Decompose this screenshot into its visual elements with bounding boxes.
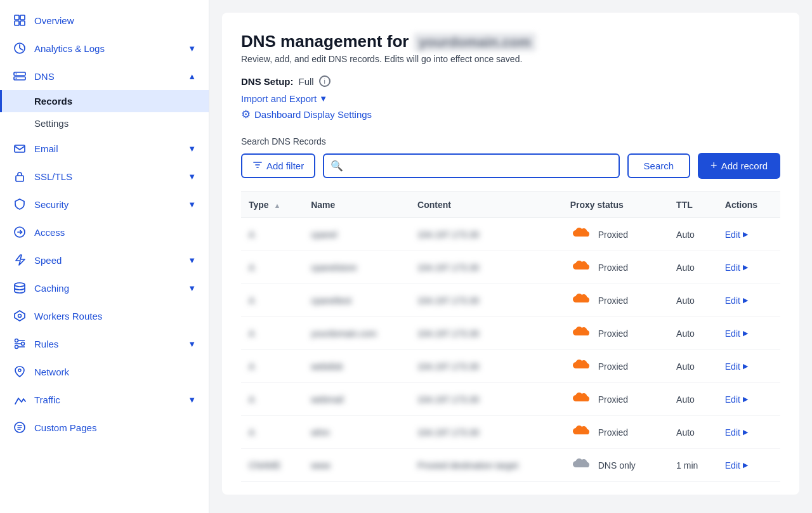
sidebar-item-workers-routes[interactable]: Workers Routes — [0, 302, 209, 330]
sidebar-item-speed[interactable]: Speed ▼ — [0, 246, 209, 274]
content-card: DNS management for yourdomain.com Review… — [222, 13, 799, 495]
dashboard-settings-label: Dashboard Display Settings — [254, 109, 372, 120]
sidebar-item-label: Overview — [34, 15, 74, 26]
edit-link[interactable]: Edit ▶ — [725, 460, 773, 471]
filter-icon — [252, 160, 263, 172]
col-name[interactable]: Name — [303, 192, 410, 218]
sidebar-item-network[interactable]: Network — [0, 358, 209, 386]
arrow-right-icon: ▶ — [743, 263, 748, 271]
sidebar-item-label: Email — [34, 143, 58, 154]
lock-icon — [13, 169, 27, 183]
sidebar-sub-item-records[interactable]: Records — [0, 90, 209, 112]
edit-link[interactable]: Edit ▶ — [725, 394, 773, 405]
cell-action: Edit ▶ — [717, 218, 780, 251]
main-content: DNS management for yourdomain.com Review… — [209, 0, 812, 513]
cell-proxy: Proxied — [563, 218, 669, 251]
search-input[interactable] — [323, 153, 619, 178]
sidebar-item-label: SSL/TLS — [34, 171, 72, 182]
edit-link[interactable]: Edit ▶ — [725, 427, 773, 438]
edit-link[interactable]: Edit ▶ — [725, 361, 773, 372]
cell-name: whm — [303, 416, 410, 449]
search-icon: 🔍 — [331, 160, 343, 172]
chevron-down-icon: ▼ — [188, 200, 196, 209]
sidebar-item-dns[interactable]: DNS ▲ — [0, 62, 209, 90]
cloud-icon — [570, 226, 593, 242]
edit-link[interactable]: Edit ▶ — [725, 230, 773, 240]
sidebar-item-traffic[interactable]: Traffic ▼ — [0, 386, 209, 413]
sidebar-item-label: Custom Pages — [34, 422, 96, 433]
sidebar-item-caching[interactable]: Caching ▼ — [0, 274, 209, 302]
arrow-right-icon: ▶ — [743, 230, 748, 238]
cell-proxy: Proxied — [563, 350, 669, 383]
sidebar-item-access[interactable]: Access — [0, 218, 209, 246]
sidebar-item-custom-pages[interactable]: Custom Pages — [0, 413, 209, 441]
cell-content: 104.197.173.30 — [410, 383, 563, 416]
add-filter-label: Add filter — [266, 160, 304, 171]
edit-link[interactable]: Edit ▶ — [725, 295, 773, 306]
add-filter-button[interactable]: Add filter — [241, 153, 315, 178]
search-controls: Add filter 🔍 Search + Add record — [241, 153, 780, 179]
cell-ttl: Auto — [669, 350, 717, 383]
cell-type: A — [241, 416, 303, 449]
edit-link[interactable]: Edit ▶ — [725, 263, 773, 273]
cloud-icon — [570, 292, 593, 308]
domain-name: yourdomain.com — [414, 33, 536, 51]
svg-rect-0 — [15, 15, 19, 20]
svg-point-16 — [22, 342, 25, 346]
cell-ttl: Auto — [669, 251, 717, 284]
dashboard-settings-button[interactable]: ⚙ Dashboard Display Settings — [241, 108, 372, 121]
cell-action: Edit ▶ — [717, 317, 780, 350]
col-content[interactable]: Content — [410, 192, 563, 218]
svg-point-8 — [16, 78, 17, 79]
email-icon — [13, 141, 27, 155]
info-icon[interactable]: i — [319, 75, 331, 87]
dns-setup-label: DNS Setup: — [241, 76, 294, 87]
cell-name: yourdomain.com — [303, 317, 410, 350]
dns-setup-value: Full — [299, 76, 314, 87]
cell-content: 104.197.173.30 — [410, 251, 563, 284]
sidebar-item-label: Analytics & Logs — [34, 43, 105, 54]
cell-content: 104.197.173.30 — [410, 317, 563, 350]
sidebar-item-label: Access — [34, 227, 65, 238]
cloud-icon — [570, 358, 593, 374]
page-subtitle: Review, add, and edit DNS records. Edits… — [241, 54, 780, 64]
sidebar-item-rules[interactable]: Rules ▼ — [0, 330, 209, 358]
sidebar-sub-item-label: Settings — [34, 118, 69, 129]
chevron-down-icon: ▼ — [188, 172, 196, 181]
search-button[interactable]: Search — [627, 153, 691, 178]
import-export-button[interactable]: Import and Export ▼ — [241, 93, 327, 104]
gear-icon: ⚙ — [241, 108, 251, 121]
cell-content: 104.197.173.30 — [410, 218, 563, 251]
add-record-button[interactable]: + Add record — [698, 153, 780, 179]
sidebar-item-label: Workers Routes — [34, 311, 102, 321]
sidebar-item-overview[interactable]: Overview — [0, 6, 209, 34]
shield-icon — [13, 197, 27, 211]
dns-setup-row: DNS Setup: Full i — [241, 75, 780, 87]
search-label: Search DNS Records — [241, 136, 780, 146]
arrow-right-icon: ▶ — [743, 329, 748, 337]
cloud-icon — [570, 325, 593, 341]
table-row: A cpanelstore 104.197.173.30 Proxied Aut… — [241, 251, 780, 284]
cloud-icon — [570, 391, 593, 407]
dns-icon — [13, 69, 27, 83]
cloud-icon — [570, 424, 593, 440]
table-row: A webdisk 104.197.173.30 Proxied Auto Ed… — [241, 350, 780, 383]
col-type[interactable]: Type ▲ — [241, 192, 303, 218]
col-proxy-status: Proxy status — [563, 192, 669, 218]
edit-link[interactable]: Edit ▶ — [725, 328, 773, 339]
cell-action: Edit ▶ — [717, 350, 780, 383]
sidebar-item-ssl-tls[interactable]: SSL/TLS ▼ — [0, 162, 209, 190]
chevron-down-icon: ▼ — [188, 256, 196, 265]
arrow-right-icon: ▶ — [743, 428, 748, 436]
sidebar-sub-item-label: Records — [34, 96, 72, 107]
sidebar-item-email[interactable]: Email ▼ — [0, 134, 209, 162]
sidebar-item-analytics-logs[interactable]: Analytics & Logs ▼ — [0, 34, 209, 62]
arrow-right-icon: ▶ — [743, 296, 748, 304]
sidebar-item-security[interactable]: Security ▼ — [0, 190, 209, 218]
sidebar-item-label: Caching — [34, 283, 69, 294]
svg-point-17 — [15, 346, 18, 349]
traffic-icon — [13, 393, 27, 406]
cell-action: Edit ▶ — [717, 449, 780, 482]
svg-point-14 — [18, 315, 22, 318]
sidebar-sub-item-settings[interactable]: Settings — [0, 112, 209, 134]
